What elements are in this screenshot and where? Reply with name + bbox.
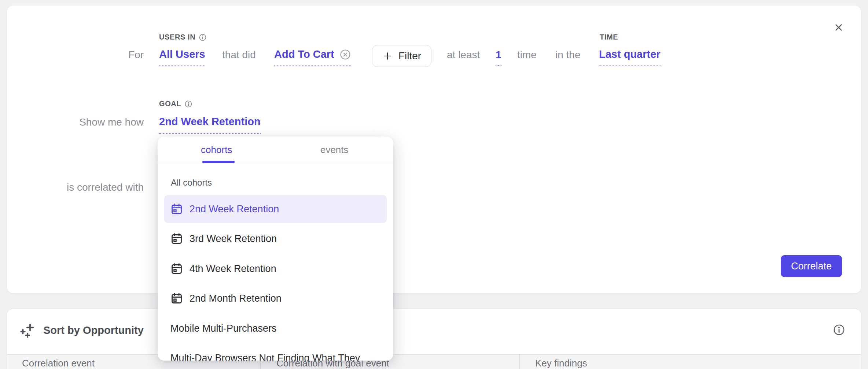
tab-cohorts[interactable]: cohorts — [158, 137, 276, 163]
event-selector[interactable]: Add To Cart — [274, 48, 334, 60]
cohort-picker-dropdown: cohorts events All cohorts 2nd Week Rete… — [158, 137, 393, 361]
sentence-show-me-how: Show me how — [0, 116, 144, 128]
list-item-2nd-month-retention[interactable]: 2nd Month Retention — [164, 284, 387, 312]
tab-events[interactable]: events — [276, 137, 394, 163]
column-divider — [519, 354, 520, 369]
column-header-key-findings: Key findings — [535, 358, 587, 369]
query-builder-card — [7, 5, 861, 294]
list-item-multi-day-browsers[interactable]: Multi-Day Browsers Not Finding What They — [164, 344, 387, 361]
list-item-3rd-week-retention[interactable]: 3rd Week Retention — [164, 225, 387, 253]
sort-by-opportunity-label: Sort by Opportunity — [43, 324, 144, 336]
list-item-label: 4th Week Retention — [190, 263, 276, 275]
add-filter-button[interactable]: Filter — [372, 45, 431, 67]
plus-icon — [382, 51, 393, 61]
add-filter-label: Filter — [398, 50, 421, 62]
info-icon — [199, 33, 207, 41]
goal-label: GOAL — [159, 100, 192, 108]
column-header-correlation-event: Correlation event — [22, 358, 95, 369]
users-cohort-selector[interactable]: All Users — [159, 48, 205, 66]
time-range-selector[interactable]: Last quarter — [599, 48, 661, 66]
count-selector[interactable]: 1 — [496, 49, 501, 66]
sentence-in-the: in the — [555, 49, 581, 61]
results-table-header-row — [7, 354, 861, 369]
remove-event-icon[interactable] — [339, 49, 351, 60]
time-label: TIME — [600, 33, 618, 41]
correlate-button[interactable]: Correlate — [781, 255, 842, 277]
sentence-time: time — [517, 49, 537, 61]
active-tab-indicator — [202, 161, 235, 163]
sentence-that-did: that did — [222, 49, 256, 61]
goal-label-text: GOAL — [159, 100, 181, 108]
calendar-icon — [170, 203, 183, 215]
sparkle-plus-icon — [20, 322, 36, 338]
info-icon — [184, 100, 192, 108]
close-icon[interactable] — [833, 22, 845, 33]
calendar-icon — [170, 262, 183, 275]
dropdown-tabs: cohorts events — [158, 137, 393, 163]
sort-by-opportunity-button[interactable]: Sort by Opportunity — [20, 322, 144, 338]
calendar-icon — [170, 292, 183, 305]
list-item-label: 2nd Month Retention — [190, 293, 282, 304]
sentence-at-least: at least — [447, 49, 480, 61]
list-item-mobile-multi-purchasers[interactable]: Mobile Multi-Purchasers — [164, 314, 387, 342]
list-item-label: 3rd Week Retention — [190, 233, 277, 245]
list-item-label: Mobile Multi-Purchasers — [170, 323, 277, 334]
list-item-4th-week-retention[interactable]: 4th Week Retention — [164, 255, 387, 283]
list-item-label: Multi-Day Browsers Not Finding What They — [170, 353, 360, 361]
calendar-icon — [170, 232, 183, 245]
users-in-label: USERS IN — [159, 33, 207, 41]
cohort-section-label: All cohorts — [171, 178, 212, 188]
sentence-prefix-for: For — [0, 49, 144, 61]
sentence-is-correlated-with: is correlated with — [0, 182, 144, 193]
list-item-2nd-week-retention[interactable]: 2nd Week Retention — [164, 195, 387, 223]
list-item-label: 2nd Week Retention — [190, 204, 279, 215]
info-icon[interactable] — [833, 324, 845, 336]
goal-selector[interactable]: 2nd Week Retention — [159, 116, 261, 134]
users-in-label-text: USERS IN — [159, 33, 195, 41]
correlation-query-page: For USERS IN All Users that did Add To C… — [0, 0, 868, 369]
